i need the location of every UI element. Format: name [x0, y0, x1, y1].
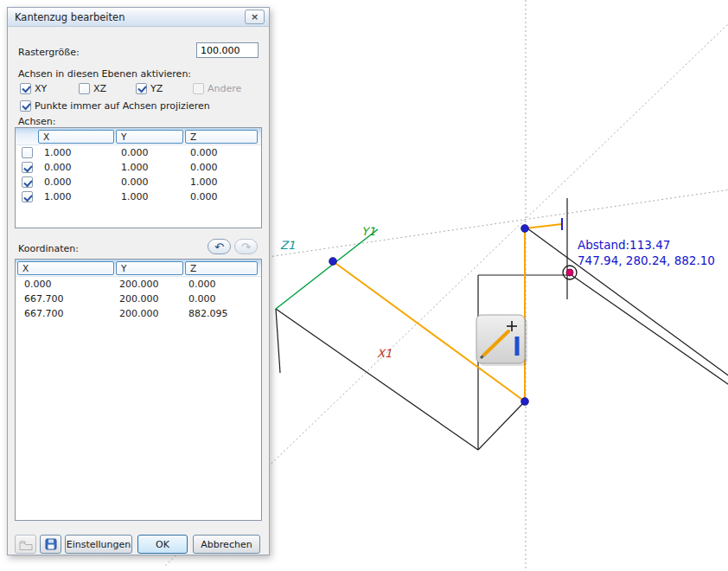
- coords-row[interactable]: 0.000 200.000 0.000: [16, 277, 261, 292]
- axes-cell-x: 1.000: [38, 191, 116, 202]
- redo-icon: ↷: [241, 241, 251, 253]
- axes-cell-y: 1.000: [116, 162, 185, 173]
- coordinates-table-body: 0.000 200.000 0.000 667.700 200.000 0.00…: [16, 277, 261, 321]
- snap-marker: [563, 266, 577, 279]
- axes-row-checkbox-cell: [16, 147, 38, 158]
- undo-button[interactable]: ↶: [208, 239, 231, 254]
- coords-row[interactable]: 667.700 200.000 882.095: [16, 306, 261, 321]
- axes-row-checkbox[interactable]: [22, 162, 33, 173]
- coords-row[interactable]: 667.700 200.000 0.000: [16, 292, 261, 306]
- axes-cell-y: 0.000: [116, 147, 185, 158]
- coords-header-z[interactable]: Z: [185, 261, 258, 275]
- axes-cell-z: 0.000: [185, 191, 261, 202]
- checkbox-project-points[interactable]: Punkte immer auf Achsen projizieren: [20, 99, 210, 112]
- checkbox-plane-xz[interactable]: XZ: [79, 82, 106, 94]
- checkbox-plane-andere-label: Andere: [208, 83, 241, 94]
- raster-size-label: Rastergröße:: [18, 47, 80, 58]
- dialog-titlebar[interactable]: Kantenzug bearbeiten ×: [8, 8, 269, 27]
- axes-row-checkbox-cell: [16, 191, 38, 202]
- checkbox-project-points-label: Punkte immer auf Achsen projizieren: [35, 100, 210, 112]
- wireframe-edge: [276, 309, 280, 373]
- coords-cell-z: 0.000: [183, 293, 261, 305]
- coordinates-table[interactable]: X Y Z 0.000 200.000 0.000 667.700 200.00…: [15, 259, 262, 521]
- axis-label-y1: Y1: [361, 225, 375, 238]
- checkbox-plane-yz-box[interactable]: [136, 83, 147, 94]
- axes-header-x[interactable]: X: [38, 130, 114, 144]
- settings-button-label: Einstellungen: [67, 536, 131, 553]
- axes-cell-x: 1.000: [38, 147, 116, 158]
- raster-size-input[interactable]: [196, 42, 259, 58]
- axes-cell-z: 1.000: [185, 176, 261, 188]
- cursor-coordinates-readout: 747.94, 280.24, 882.10: [578, 253, 715, 267]
- cancel-button-label: Abbrechen: [201, 536, 252, 553]
- snap-point: [566, 269, 573, 276]
- edited-polyline[interactable]: [333, 224, 562, 401]
- checkbox-project-points-box[interactable]: [20, 100, 31, 112]
- cancel-button[interactable]: Abbrechen: [193, 535, 260, 554]
- coords-cell-y: 200.000: [114, 279, 183, 290]
- checkbox-plane-xz-label: XZ: [93, 83, 106, 94]
- axes-row[interactable]: 0.000 0.000 1.000: [16, 175, 261, 189]
- coords-cell-x: 0.000: [16, 279, 114, 290]
- save-file-button[interactable]: [40, 535, 61, 554]
- vertex-point-1[interactable]: [329, 258, 337, 266]
- axes-cell-z: 0.000: [185, 162, 261, 173]
- checkbox-plane-xy-label: XY: [35, 83, 47, 94]
- axes-header-y[interactable]: Y: [116, 130, 183, 144]
- folder-icon: [19, 539, 33, 550]
- vertex-point-2[interactable]: [521, 398, 529, 406]
- wireframe-edge: [478, 401, 525, 450]
- axes-cell-x: 0.000: [38, 162, 116, 173]
- axes-row[interactable]: 0.000 1.000 0.000: [16, 160, 261, 175]
- checkbox-plane-xy[interactable]: XY: [20, 82, 47, 94]
- coords-header-y[interactable]: Y: [116, 261, 183, 275]
- coordinates-table-header: X Y Z: [16, 260, 261, 277]
- coords-cell-y: 200.000: [114, 308, 183, 319]
- checkbox-plane-yz[interactable]: YZ: [136, 82, 163, 94]
- planes-section-label: Achsen in diesen Ebenen aktivieren:: [18, 68, 191, 80]
- polyline-rubberband-segment[interactable]: [525, 224, 562, 228]
- coords-cell-z: 882.095: [183, 308, 261, 319]
- axis-label-x1: X1: [377, 347, 392, 360]
- axes-table[interactable]: X Y Z 1.000 0.000 0.000 0.000 1.000 0.00…: [15, 127, 262, 228]
- wireframe-edge: [276, 309, 478, 450]
- checkbox-plane-andere-box: [193, 83, 204, 94]
- axes-row[interactable]: 1.000 1.000 0.000: [16, 189, 261, 204]
- close-icon: ×: [251, 11, 259, 22]
- checkbox-plane-andere: Andere: [193, 82, 241, 94]
- ok-button-label: OK: [156, 536, 169, 553]
- vertex-point-3[interactable]: [521, 225, 529, 233]
- coordinates-section-label: Koordinaten:: [18, 243, 79, 254]
- settings-button[interactable]: Einstellungen: [65, 535, 132, 554]
- axes-header-z[interactable]: Z: [185, 130, 258, 144]
- add-point-cursor-icon: [476, 315, 527, 366]
- dialog-kantenzug-bearbeiten: Kantenzug bearbeiten × Rastergröße: Achs…: [7, 7, 270, 555]
- axes-cell-z: 0.000: [185, 147, 261, 158]
- undo-icon: ↶: [214, 241, 224, 253]
- axes-table-body: 1.000 0.000 0.000 0.000 1.000 0.000 0.00…: [16, 145, 261, 204]
- coords-cell-x: 667.700: [16, 293, 114, 305]
- redo-button: ↷: [234, 239, 258, 254]
- axes-row-checkbox[interactable]: [22, 191, 33, 202]
- checkbox-plane-yz-label: YZ: [150, 83, 163, 94]
- axes-cell-y: 0.000: [116, 176, 185, 188]
- dialog-title: Kantenzug bearbeiten: [15, 11, 245, 23]
- close-button[interactable]: ×: [245, 10, 265, 24]
- coords-cell-y: 200.000: [114, 293, 183, 305]
- checkbox-plane-xz-box[interactable]: [79, 83, 90, 94]
- coords-header-x[interactable]: X: [17, 261, 114, 275]
- checkbox-plane-xy-box[interactable]: [20, 83, 31, 94]
- axes-cell-y: 1.000: [116, 191, 185, 202]
- wireframe-edge: [572, 275, 728, 386]
- axes-table-header: X Y Z: [16, 128, 261, 145]
- axes-row-checkbox-cell: [16, 176, 38, 188]
- coords-cell-z: 0.000: [183, 279, 261, 290]
- axes-section-label: Achsen:: [18, 116, 56, 127]
- axes-cell-x: 0.000: [38, 176, 116, 188]
- axes-row[interactable]: 1.000 0.000 0.000: [16, 145, 261, 160]
- axes-row-checkbox[interactable]: [22, 176, 33, 188]
- ok-button[interactable]: OK: [137, 535, 188, 554]
- axes-row-checkbox-cell: [16, 162, 38, 173]
- coords-cell-x: 667.700: [16, 308, 114, 319]
- axes-row-checkbox[interactable]: [22, 147, 33, 158]
